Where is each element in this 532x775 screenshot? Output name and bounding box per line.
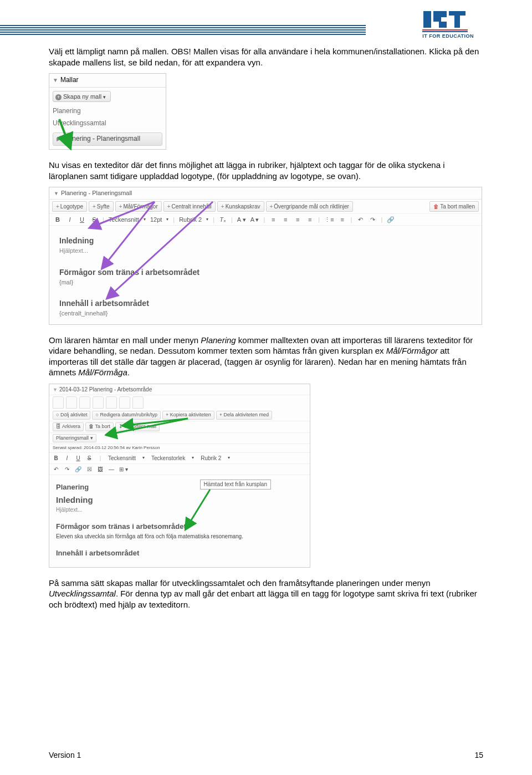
delete-template-button[interactable]: 🗑 Ta bort mallen — [429, 201, 479, 212]
svg-line-12 — [110, 202, 213, 295]
page-number: 15 — [474, 751, 483, 759]
panel-header[interactable]: ▼Mallar — [49, 74, 166, 88]
svg-rect-8 — [422, 31, 468, 32]
svg-line-15 — [188, 490, 210, 526]
green-arrow-icon — [56, 117, 78, 150]
svg-rect-3 — [439, 22, 447, 28]
svg-rect-6 — [454, 16, 460, 28]
header-stripes — [0, 25, 366, 36]
create-template-button[interactable]: +Skapa ny mall ▾ — [53, 91, 111, 103]
tag-centralt: {centralt_innehall} — [59, 309, 472, 317]
svg-rect-0 — [423, 11, 431, 28]
svg-rect-7 — [422, 29, 468, 30]
h-innehall2: Innehåll i arbetsområdet — [56, 549, 303, 558]
paragraph-1: Välj ett lämpligt namn på mallen. OBS! M… — [49, 46, 483, 68]
logo-tagline: IT FOR EDUCATION — [422, 33, 474, 39]
pill-share[interactable]: + Dela aktiviteten med — [216, 411, 272, 420]
tag-button-kunskapskrav[interactable]: +Kunskapskrav — [217, 201, 264, 212]
svg-rect-5 — [449, 11, 466, 16]
pill-archive[interactable]: 🗄 Arkivera — [53, 422, 84, 431]
activity-header[interactable]: ▼2014-03-12 Planering - Arbetsområde — [49, 384, 310, 396]
logo: IT FOR EDUCATION — [422, 10, 474, 39]
purple-arrows-icon — [60, 198, 216, 309]
version-label: Version 1 — [49, 751, 81, 759]
editor-title[interactable]: ▼Planering - Planeringsmall — [49, 187, 482, 200]
screenshot-editor: ▼Planering - Planeringsmall +Logotype +S… — [49, 187, 482, 324]
screenshot-planering: ▼2014-03-12 Planering - Arbetsområde ○ D… — [49, 384, 310, 568]
svg-rect-1 — [433, 11, 447, 17]
paragraph-4: På samma sätt skapas mallar för utveckli… — [49, 578, 483, 610]
tabs — [49, 395, 310, 410]
svg-line-9 — [59, 119, 68, 142]
paragraph-2: Nu visas en texteditor där det finns möj… — [49, 160, 483, 181]
pill-hide[interactable]: ○ Dölj aktivitet — [53, 411, 90, 420]
green-arrows-icon — [105, 417, 216, 539]
paragraph-3: Om läraren hämtar en mall under menyn Pl… — [49, 335, 483, 378]
tag-button-overgripande[interactable]: +Övergripande mål och riktlinjer — [266, 201, 353, 212]
template-link-planering[interactable]: Planering — [53, 105, 162, 118]
svg-rect-2 — [433, 17, 441, 22]
svg-line-14 — [110, 419, 188, 434]
screenshot-mallar: ▼Mallar +Skapa ny mall ▾ Planering Utvec… — [49, 73, 166, 150]
template-dropdown[interactable]: Planeringsmall ▾ — [53, 434, 96, 443]
